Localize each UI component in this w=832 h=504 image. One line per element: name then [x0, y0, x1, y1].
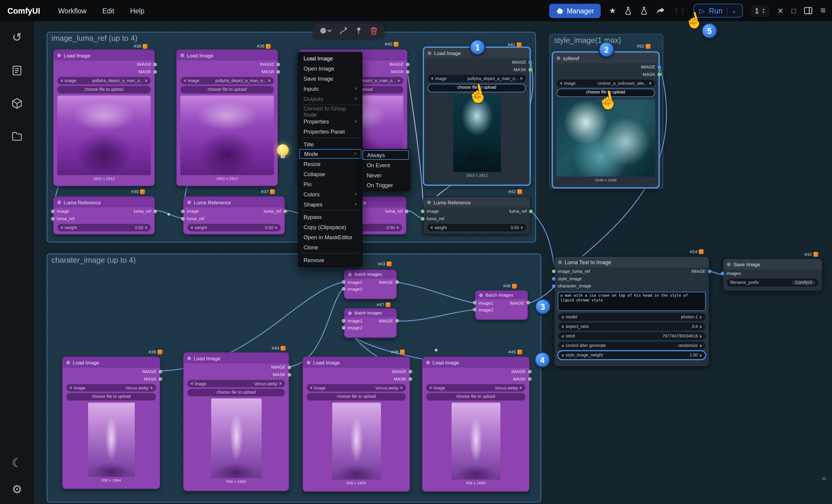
- input-luma-ref-port[interactable]: [421, 217, 424, 220]
- image-filename-widget[interactable]: imageVenus.webp: [426, 384, 525, 392]
- prev-arrow-icon[interactable]: [431, 77, 433, 80]
- prev-arrow-icon[interactable]: [562, 335, 564, 338]
- next-arrow-icon[interactable]: [650, 82, 652, 85]
- node-header[interactable]: Load Image: [184, 353, 289, 364]
- node-luma-text-to-image-24[interactable]: Luma Text to Image image_luma_refIMAGE s…: [554, 256, 709, 367]
- menu-item-bypass[interactable]: Bypass: [300, 212, 362, 222]
- menu-item-copy-clipspace[interactable]: Copy (Clipspace): [300, 222, 362, 232]
- node-batch-images-43[interactable]: Batch Images image1IMAGE image2: [344, 269, 397, 299]
- output-image-port[interactable]: [277, 62, 280, 66]
- menu-item-resize[interactable]: Resize: [300, 159, 362, 169]
- share-icon[interactable]: [656, 6, 665, 15]
- menu-item-save-image[interactable]: Save Image: [300, 73, 362, 83]
- clear-queue-icon[interactable]: ✕: [777, 6, 783, 15]
- node-save-image-32[interactable]: Save Image images filename_prefixComfyUI: [723, 258, 823, 291]
- menu-workflow[interactable]: Workflow: [58, 6, 86, 15]
- node-load-image-36[interactable]: Load Image IMAGE MASK imageVenus.webp ch…: [62, 356, 160, 489]
- next-arrow-icon[interactable]: [520, 77, 522, 80]
- menu-item-inputs[interactable]: Inputs>: [300, 83, 362, 94]
- choose-file-button[interactable]: choose file to upload: [187, 389, 285, 396]
- weight-widget[interactable]: weight0.50: [427, 224, 526, 232]
- node-header[interactable]: Batch Images: [344, 270, 396, 279]
- prev-arrow-icon[interactable]: [562, 315, 564, 319]
- manager-button[interactable]: Manager: [549, 4, 601, 18]
- input-luma-ref-port[interactable]: [181, 217, 184, 220]
- output-mask-port[interactable]: [409, 377, 412, 380]
- node-luma-reference-37[interactable]: Luma Reference imageluma_ref luma_ref we…: [183, 196, 285, 235]
- input-luma-ref-port[interactable]: [51, 217, 54, 220]
- node-batch-images-48[interactable]: Batch Images image1IMAGE image2: [475, 290, 528, 320]
- output-luma-ref-port[interactable]: [283, 209, 287, 213]
- input-image1-port[interactable]: [342, 280, 345, 284]
- submenu-item-always[interactable]: Always: [362, 150, 409, 160]
- next-arrow-icon[interactable]: [521, 226, 523, 230]
- output-luma-ref-port[interactable]: [529, 209, 532, 213]
- node-header[interactable]: Load Image: [303, 357, 410, 368]
- drag-handle-icon[interactable]: ⋮⋮: [673, 6, 685, 15]
- output-image-port[interactable]: [409, 370, 412, 373]
- prev-arrow-icon[interactable]: [560, 82, 562, 85]
- submenu-item-on-trigger[interactable]: On Trigger: [362, 180, 409, 190]
- next-arrow-icon[interactable]: [520, 386, 522, 390]
- prompt-textarea[interactable]: a man with a ice crown on top of his hea…: [557, 292, 706, 311]
- run-options-chevron-icon[interactable]: ⌄: [727, 7, 737, 14]
- menu-item-colors[interactable]: Colors>: [300, 189, 362, 199]
- next-arrow-icon[interactable]: [151, 386, 153, 390]
- image-filename-widget[interactable]: imagepollytra_depict_a_man_o...: [427, 75, 526, 82]
- prev-arrow-icon[interactable]: [310, 386, 312, 390]
- image-filename-widget[interactable]: imagepollytra_depict_a_man_o...: [57, 77, 151, 84]
- prev-arrow-icon[interactable]: [190, 226, 192, 230]
- input-image1-port[interactable]: [473, 301, 476, 304]
- node-color-icon[interactable]: [319, 26, 332, 35]
- menu-item-remove[interactable]: Remove: [300, 255, 362, 265]
- menu-item-properties-panel[interactable]: Properties Panel: [300, 126, 362, 136]
- output-luma-ref-port[interactable]: [153, 209, 157, 213]
- image-filename-widget[interactable]: imagecrntnsr_a_unknown_alie...: [557, 79, 655, 87]
- image-filename-widget[interactable]: imageVenus.webp: [67, 384, 156, 392]
- prev-arrow-icon[interactable]: [190, 382, 192, 385]
- input-image1-port[interactable]: [342, 319, 345, 322]
- next-arrow-icon[interactable]: [268, 79, 270, 82]
- menu-item-open-maskeditor[interactable]: Open in MaskEditor: [300, 232, 362, 242]
- output-image-port[interactable]: [528, 370, 531, 373]
- node-load-image-41[interactable]: Load Image IMAGE MASK imagepollytra_depi…: [423, 47, 530, 186]
- node-load-image-26[interactable]: Load Image IMAGE MASK imagepollytra_depi…: [176, 49, 278, 186]
- node-load-image-45[interactable]: Load Image IMAGE MASK imageVenus.webp ch…: [422, 356, 530, 492]
- node-luma-reference-30[interactable]: Luma Reference imageluma_ref luma_ref we…: [53, 196, 155, 235]
- flask-icon[interactable]: [640, 6, 648, 15]
- input-image-port[interactable]: [51, 209, 54, 213]
- history-icon[interactable]: ↺: [12, 32, 22, 44]
- prev-arrow-icon[interactable]: [562, 344, 564, 347]
- input-images-port[interactable]: [721, 271, 724, 275]
- menu-item-convert-group[interactable]: Convert to Group Node: [300, 106, 362, 116]
- choose-file-button[interactable]: choose file to upload: [57, 86, 151, 94]
- prev-arrow-icon[interactable]: [562, 325, 564, 328]
- output-image-port[interactable]: [526, 301, 530, 304]
- node-header[interactable]: Luma Reference: [184, 197, 284, 208]
- flask-icon[interactable]: [624, 6, 632, 15]
- next-arrow-icon[interactable]: [280, 382, 282, 385]
- menu-item-properties[interactable]: Properties>: [300, 116, 362, 127]
- menu-item-clone[interactable]: Clone: [300, 242, 362, 252]
- node-header[interactable]: Load Image: [177, 50, 278, 61]
- style-image-weight-widget[interactable]: style_image_weight1.00: [558, 351, 705, 359]
- group-title[interactable]: charater_image (up to 4): [51, 256, 136, 265]
- node-load-image-46[interactable]: Load Image IMAGE MASK imageVenus.webp ch…: [302, 356, 410, 492]
- menu-item-outputs[interactable]: Outputs>: [300, 94, 362, 104]
- node-header[interactable]: Batch Images: [344, 309, 396, 317]
- next-arrow-icon[interactable]: [700, 315, 702, 319]
- theme-moon-icon[interactable]: ☾: [11, 457, 22, 469]
- input-image2-port[interactable]: [342, 326, 345, 329]
- filename-prefix-widget[interactable]: filename_prefixComfyUI: [727, 278, 818, 287]
- menu-item-collapse[interactable]: Collapse: [300, 169, 362, 179]
- next-arrow-icon[interactable]: [398, 79, 400, 82]
- output-image-port[interactable]: [153, 62, 157, 66]
- submenu-item-on-event[interactable]: On Event: [362, 160, 409, 170]
- menu-item-pin[interactable]: Pin: [300, 179, 362, 189]
- output-mask-port[interactable]: [277, 70, 280, 73]
- next-arrow-icon[interactable]: [700, 325, 702, 328]
- seed-widget[interactable]: seed797784790034618: [558, 332, 705, 340]
- output-mask-port[interactable]: [287, 373, 291, 376]
- node-header[interactable]: Load Image: [54, 50, 154, 61]
- choose-file-button[interactable]: choose file to upload: [67, 393, 156, 400]
